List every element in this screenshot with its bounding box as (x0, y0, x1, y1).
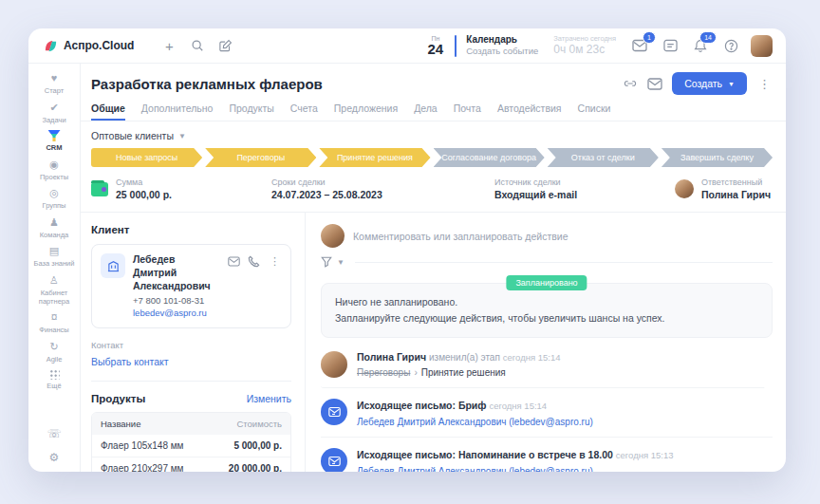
product-name: Флаер 105x148 мм (101, 440, 233, 451)
owner-value: Полина Гирич (701, 188, 771, 201)
feed-author-avatar (321, 351, 347, 378)
sidebar-item[interactable]: Старт (30, 72, 78, 95)
client-card[interactable]: Лебедев Дмитрий Александрович +7 800 101… (91, 244, 291, 328)
sidebar-item[interactable]: CRM (30, 130, 78, 152)
more-menu-icon[interactable]: ⋮ (756, 77, 773, 91)
user-avatar[interactable] (751, 35, 773, 57)
recipient-link[interactable]: Лебедев Дмитрий Александрович (lebedev@a… (357, 466, 593, 472)
feed-item[interactable]: Исходящее письмо: Бриф сегодня 15:14 Леб… (321, 388, 773, 438)
filter-icon[interactable] (321, 256, 332, 268)
source-label: Источник сделки (494, 177, 577, 188)
create-button[interactable]: Создать▼ (672, 72, 747, 95)
feed-item[interactable]: Полина Гирич изменил(а) этап сегодня 15:… (321, 340, 773, 389)
product-price: 20 000,00 р. (229, 463, 282, 472)
pipeline-stage[interactable]: Переговоры (205, 148, 316, 167)
sidebar-item[interactable]: Группы (30, 187, 78, 210)
sidebar-item-icon (49, 216, 59, 229)
tab-bar: Общие Дополнительно Продукты Счета Предл… (81, 95, 786, 121)
calendar-title: Календарь (466, 34, 538, 47)
sidebar-item-label: Кабинет партнера (30, 289, 78, 306)
settings-gear-icon[interactable]: ⚙ (47, 452, 61, 464)
feed-item-time: сегодня 15:14 (489, 401, 547, 411)
brand-logo[interactable]: Аспро.Cloud (44, 39, 134, 53)
copy-link-icon[interactable] (623, 77, 638, 90)
date-widget[interactable]: Пн 24 (428, 35, 444, 56)
client-section-title: Клиент (91, 224, 129, 235)
company-icon (101, 253, 125, 278)
feed-item[interactable]: Исходящее письмо: Напоминание о встрече … (321, 438, 773, 472)
feed-item-title: Полина Гирич (357, 351, 426, 363)
sidebar-item-label: CRM (46, 143, 62, 152)
tab[interactable]: Продукты (229, 103, 273, 121)
dates-value: 24.07.2023 – 25.08.2023 (271, 188, 382, 201)
sidebar-item[interactable]: Кабинет партнера (30, 274, 78, 306)
topbar: Аспро.Cloud + Пн 24 Календарь Создать со… (28, 28, 786, 64)
tab[interactable]: Почта (454, 103, 481, 121)
chevron-down-icon[interactable]: ▼ (337, 258, 345, 267)
table-row[interactable]: Флаер 210x297 мм 20 000,00 р. (92, 457, 290, 472)
tab[interactable]: Списки (578, 103, 611, 121)
sidebar-item[interactable]: Команда (30, 216, 78, 239)
tab[interactable]: Дела (414, 103, 438, 121)
arrow-icon: › (414, 367, 417, 378)
edit-products-link[interactable]: Изменить (247, 393, 291, 404)
sidebar-item-icon (48, 130, 61, 141)
notifications-bell-icon[interactable]: 14 (690, 35, 711, 56)
time-tracker[interactable]: Затрачено сегодня 0ч 0м 23с (553, 34, 616, 56)
sidebar-item-icon (49, 159, 59, 171)
divider (455, 35, 457, 57)
create-event-link[interactable]: Создать событие (466, 46, 538, 57)
compose-icon[interactable] (215, 35, 236, 56)
client-name: Лебедев Дмитрий Александрович (133, 253, 220, 292)
notifications-badge: 14 (699, 31, 717, 44)
tab[interactable]: Предложения (334, 103, 398, 121)
notes-icon[interactable] (660, 35, 680, 56)
sidebar-item[interactable]: База знаний (30, 245, 78, 268)
sidebar-item-label: Проекты (40, 173, 68, 181)
table-row[interactable]: Флаер 105x148 мм 5 000,00 р. (92, 435, 290, 457)
tab[interactable]: Дополнительно (141, 103, 214, 121)
owner-avatar[interactable] (675, 179, 694, 198)
tab[interactable]: Общие (91, 103, 125, 121)
tab[interactable]: Счета (290, 103, 318, 121)
dates-label: Сроки сделки (271, 177, 382, 188)
comment-input[interactable] (353, 231, 773, 242)
client-more-icon[interactable]: ⋮ (268, 255, 282, 268)
mail-recipient-line: Лебедев Дмитрий Александрович (lebedev@a… (357, 466, 773, 472)
sidebar-item[interactable]: Задачи (30, 102, 78, 124)
sidebar-item-icon (51, 72, 58, 84)
pipeline-stage[interactable]: Согласование договора (434, 148, 545, 167)
funnel-select[interactable]: Оптовые клиенты (91, 130, 174, 141)
email-icon[interactable] (228, 255, 240, 268)
client-email-link[interactable]: lebedev@aspro.ru (133, 308, 220, 318)
tab[interactable]: Автодействия (497, 103, 562, 121)
calendar-widget[interactable]: Календарь Создать событие (466, 34, 538, 57)
support-icon[interactable]: ☏ (47, 428, 61, 440)
divider (355, 262, 773, 263)
recipient-link[interactable]: Лебедев Дмитрий Александрович (lebedev@a… (357, 417, 593, 427)
sidebar-item[interactable]: Agile (30, 341, 78, 364)
planned-actions-box: Запланировано Ничего не запланировано. З… (321, 283, 773, 338)
mail-badge: 1 (643, 31, 656, 44)
pipeline-stage[interactable]: Завершить сделку (662, 148, 773, 167)
planned-hint-text: Запланируйте следующие действия, чтобы у… (335, 310, 758, 326)
feed-item-time: сегодня 15:13 (616, 450, 674, 460)
mail-icon[interactable]: 1 (629, 35, 650, 56)
send-email-icon[interactable] (647, 78, 662, 90)
pipeline-stage[interactable]: Отказ от сделки (548, 148, 659, 167)
pipeline-stages: Новые запросы Переговоры Принятие решени… (81, 148, 786, 167)
search-icon[interactable] (187, 35, 208, 56)
sidebar-item[interactable]: Ещё (30, 369, 78, 390)
brand-icon (44, 39, 58, 53)
quick-add-button[interactable]: + (158, 35, 179, 56)
sidebar-item[interactable]: Проекты (30, 159, 78, 181)
phone-icon[interactable] (248, 255, 260, 268)
sidebar-item[interactable]: Финансы (30, 311, 78, 334)
brand-name: Аспро.Cloud (64, 39, 134, 52)
choose-contact-link[interactable]: Выбрать контакт (91, 356, 169, 367)
products-table: Название Стоимость Флаер 105x148 мм 5 00… (91, 412, 291, 472)
pipeline-stage[interactable]: Принятие решения (319, 148, 430, 167)
help-icon[interactable] (720, 35, 741, 56)
user-avatar (321, 224, 345, 248)
pipeline-stage[interactable]: Новые запросы (91, 148, 202, 167)
